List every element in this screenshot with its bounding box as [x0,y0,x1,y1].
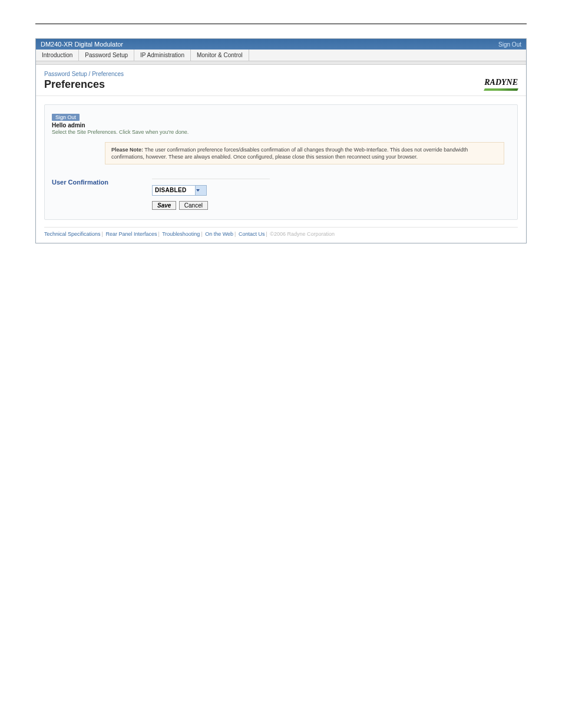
app-window: DM240-XR Digital Modulator Sign Out Intr… [35,38,527,243]
page-title: Preferences [44,78,124,91]
page-top-rule [35,24,527,24]
footer-on-the-web[interactable]: On the Web [205,231,233,237]
menu-ip-administration[interactable]: IP Administration [134,50,191,61]
content-header: Password Setup / Preferences Preferences… [36,65,526,96]
brand-logo: RADYNE [484,78,518,91]
note-label: Please Note: [111,147,143,153]
select-value: DISABLED [153,187,195,193]
chevron-down-icon [195,186,206,195]
footer-copyright: ©2006 Radyne Corporation [270,231,335,237]
user-confirmation-select[interactable]: DISABLED [152,185,207,196]
window-title: DM240-XR Digital Modulator [41,41,123,48]
footer-rear-panel[interactable]: Rear Panel Interfaces [105,231,157,237]
footer-troubleshooting[interactable]: Troubleshooting [162,231,200,237]
breadcrumb: Password Setup / Preferences [44,71,124,77]
greeting-text: Hello admin [52,122,510,129]
content-area: Sign Out Hello admin Select the Site Pre… [36,96,526,225]
footer-links: Technical Specifications| Rear Panel Int… [36,228,526,243]
footer-tech-specs[interactable]: Technical Specifications [44,231,101,237]
form-controls: DISABLED Save Cancel [152,179,270,210]
save-button[interactable]: Save [152,201,176,210]
note-text: The user confirmation preference forces/… [111,147,468,160]
panel-sign-out-pill[interactable]: Sign Out [52,114,80,121]
footer-contact-us[interactable]: Contact Us [239,231,265,237]
menubar: Introduction Password Setup IP Administr… [36,50,526,61]
menu-introduction[interactable]: Introduction [36,50,79,61]
menu-monitor-control[interactable]: Monitor & Control [191,50,249,61]
preferences-panel: Sign Out Hello admin Select the Site Pre… [44,104,518,220]
note-box: Please Note: The user confirmation prefe… [105,142,504,164]
menu-password-setup[interactable]: Password Setup [79,50,134,61]
sign-out-link[interactable]: Sign Out [498,41,521,48]
titlebar: DM240-XR Digital Modulator Sign Out [36,39,526,50]
instruction-text: Select the Site Preferences. Click Save … [52,129,510,135]
user-confirmation-row: User Confirmation DISABLED Save Cancel [52,179,510,210]
cancel-button[interactable]: Cancel [179,201,208,210]
user-confirmation-label: User Confirmation [52,179,152,186]
